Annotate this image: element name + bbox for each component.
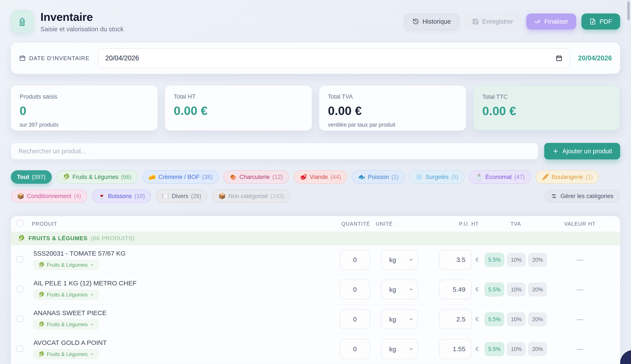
category-emoji-icon: 🥬 [63, 174, 70, 180]
category-filter-chip[interactable]: 🥩 Viande (44) [294, 170, 347, 184]
tva-option[interactable]: 5.5% [485, 282, 504, 296]
section-label: FRUITS & LÉGUMES [29, 235, 88, 242]
category-filter-chip[interactable]: 🍷 Boissons (10) [92, 190, 151, 203]
pdf-button[interactable]: PDF [581, 14, 620, 30]
date-input[interactable]: 20/04/2026 [98, 48, 570, 68]
column-header-produit: PRODUIT [32, 221, 318, 227]
inventory-page: Inventaire Saisie et valorisation du sto… [0, 0, 631, 364]
product-name: AIL PELE 1 KG (12) METRO CHEF [34, 280, 318, 287]
tva-selector: 5.5%10%20% [485, 312, 547, 326]
quantity-input[interactable] [340, 250, 370, 270]
tva-option[interactable]: 20% [528, 253, 547, 267]
tva-option[interactable]: 5.5% [485, 342, 504, 356]
unit-select[interactable]: kg [381, 309, 418, 329]
row-checkbox[interactable] [17, 316, 23, 322]
unit-select[interactable]: kg [381, 250, 418, 270]
price-cell: € [439, 250, 483, 270]
tva-option[interactable]: 10% [507, 282, 526, 296]
category-filter-chip[interactable]: 🧂 Économat (47) [469, 170, 531, 184]
category-filter-chip[interactable]: ❄️ Surgelés (5) [409, 170, 465, 184]
sliders-icon [551, 193, 557, 199]
unit-price-input[interactable] [439, 280, 472, 300]
category-filter-chip[interactable]: 📦 Conditionnement (4) [11, 190, 87, 203]
inventory-date-card: DATE D'INVENTAIRE 20/04/2026 20/04/2026 [11, 42, 620, 74]
category-chip-label: Fruits & Légumes [72, 174, 118, 180]
tva-option[interactable]: 5.5% [485, 312, 504, 326]
tva-selector: 5.5%10%20% [485, 342, 547, 356]
search-input[interactable] [11, 143, 538, 160]
table-row: AVOCAT GOLD A POINT 🥬 Fruits & Légumes k… [11, 334, 620, 364]
category-emoji-icon: 📦 [17, 193, 24, 200]
unit-select-wrap: kg [381, 309, 418, 329]
manage-categories-button[interactable]: Gérer les catégories [544, 190, 620, 203]
tva-option[interactable]: 20% [528, 282, 547, 296]
euro-symbol: € [475, 286, 479, 293]
unit-select[interactable]: kg [381, 280, 418, 300]
category-emoji-icon: 🥬 [38, 322, 45, 328]
stats-row: Produits saisis 0 sur 397 produits Total… [11, 86, 620, 130]
tva-option[interactable]: 5.5% [485, 253, 504, 267]
category-filter-chip[interactable]: 🐟 Poisson (1) [352, 170, 405, 184]
finalize-button-label: Finaliser [544, 18, 568, 25]
table-header-row: PRODUIT QUANTITÉ UNITÉ P.U. HT TVA VALEU… [11, 216, 620, 232]
category-filter-chip[interactable]: 🧀 Crèmerie / BOF (38) [142, 170, 219, 184]
row-checkbox[interactable] [17, 286, 23, 292]
category-filter-chip[interactable]: 🥬 Fruits & Légumes (66) [57, 170, 138, 184]
category-emoji-icon: 🥬 [38, 262, 45, 268]
category-emoji-icon: 🍽️ [162, 193, 169, 200]
product-table: PRODUIT QUANTITÉ UNITÉ P.U. HT TVA VALEU… [11, 216, 620, 364]
product-category-label: Fruits & Légumes [47, 322, 88, 328]
tva-option[interactable]: 10% [507, 312, 526, 326]
stat-label: Total TTC [482, 94, 611, 100]
history-button[interactable]: Historique [404, 14, 459, 30]
quantity-input[interactable] [340, 339, 370, 359]
tva-option[interactable]: 20% [528, 312, 547, 326]
select-all-checkbox[interactable] [17, 220, 23, 226]
product-category-pill[interactable]: 🥬 Fruits & Légumes [34, 290, 99, 300]
stat-card-total-ht: Total HT 0.00 € [165, 86, 312, 130]
date-picker-icon[interactable] [556, 55, 562, 62]
product-cell: ANANAS SWEET PIECE 🥬 Fruits & Légumes [32, 309, 318, 330]
category-chip-count: (47) [514, 174, 525, 180]
category-filter-bar: Tout (397) 🥬 Fruits & Légumes (66) 🧀 Crè… [11, 170, 620, 203]
inventory-app-icon [11, 10, 34, 33]
category-filter-chip[interactable]: 🍖 Charcuterie (12) [224, 170, 289, 184]
unit-select[interactable]: kg [381, 339, 418, 359]
product-category-pill[interactable]: 🥬 Fruits & Légumes [34, 260, 99, 270]
history-icon [412, 18, 419, 25]
tva-option[interactable]: 10% [507, 253, 526, 267]
product-category-pill[interactable]: 🥬 Fruits & Légumes [34, 349, 99, 359]
unit-price-input[interactable] [439, 309, 472, 329]
row-checkbox[interactable] [17, 345, 23, 352]
category-filter-chip[interactable]: Tout (397) [11, 170, 52, 184]
stat-value: 0 [20, 104, 149, 118]
table-row: 5SS20031 - TOMATE 57/67 KG 🥬 Fruits & Lé… [11, 245, 620, 275]
product-category-pill[interactable]: 🥬 Fruits & Légumes [34, 320, 99, 330]
category-chip-count: (5) [451, 174, 458, 180]
category-filter-chip[interactable]: 🍽️ Divers (26) [156, 190, 207, 203]
add-product-button[interactable]: Ajouter un produit [544, 143, 620, 160]
stat-card-total-tva: Total TVA 0.00 € ventilée par taux par p… [319, 86, 466, 130]
unit-price-input[interactable] [439, 250, 472, 270]
category-filter-chip[interactable]: 🥖 Boulangerie (1) [536, 170, 599, 184]
quantity-input[interactable] [340, 280, 370, 300]
unit-price-input[interactable] [439, 339, 472, 359]
column-header-unite: UNITÉ [370, 221, 393, 227]
table-body: 5SS20031 - TOMATE 57/67 KG 🥬 Fruits & Lé… [11, 245, 620, 364]
stat-card-total-ttc: Total TTC 0.00 € [473, 86, 620, 130]
category-emoji-icon: 📦 [218, 193, 226, 200]
category-filter-chip[interactable]: 📦 Non catégorisé (143) [212, 190, 290, 203]
tva-option[interactable]: 10% [507, 342, 526, 356]
scrollbar-thumb[interactable] [627, 1, 630, 20]
unit-select-wrap: kg [381, 280, 418, 300]
save-button[interactable]: Enregistrer [464, 14, 521, 30]
category-emoji-icon: ❄️ [415, 174, 423, 180]
row-checkbox[interactable] [17, 256, 23, 262]
value-ht: — [577, 256, 583, 264]
category-chip-count: (1) [585, 174, 593, 180]
stat-label: Total HT [174, 94, 303, 100]
quantity-input[interactable] [340, 309, 370, 329]
tva-option[interactable]: 20% [528, 342, 547, 356]
finalize-button[interactable]: Finaliser [526, 14, 576, 30]
price-cell: € [439, 280, 483, 300]
